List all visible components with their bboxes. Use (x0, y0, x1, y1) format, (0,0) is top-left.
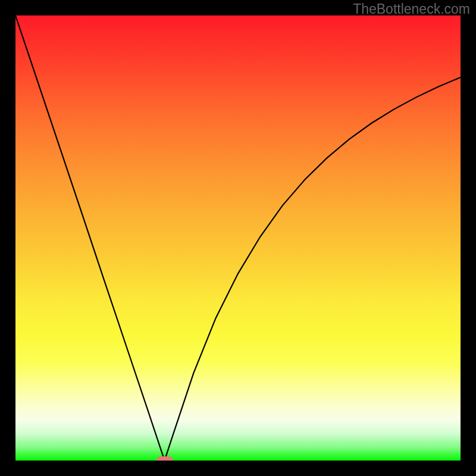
optimal-point-marker (156, 456, 173, 461)
plot-area (15, 15, 461, 461)
bottleneck-curve (15, 15, 461, 461)
watermark-text: TheBottleneck.com (353, 1, 470, 17)
chart-frame: TheBottleneck.com (0, 0, 476, 476)
